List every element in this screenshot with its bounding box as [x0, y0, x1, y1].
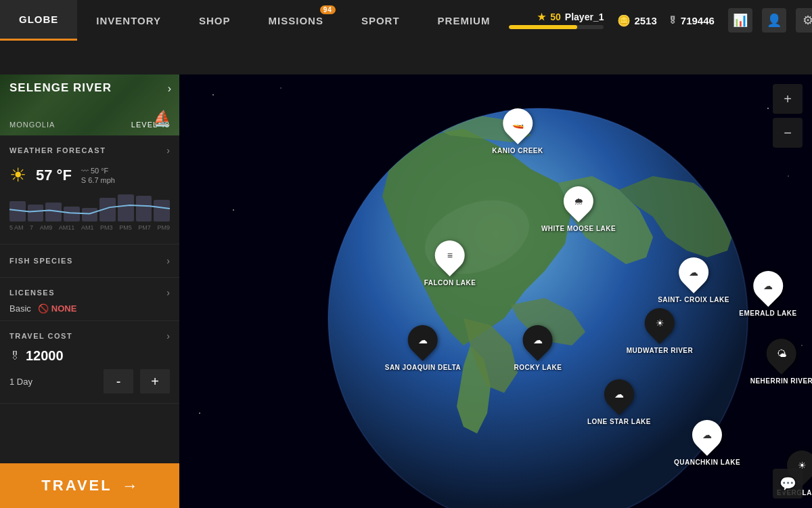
- pin-label-quanchkin-lake: QUANCHKIN LAKE: [674, 459, 740, 466]
- map-controls: + −: [773, 84, 803, 148]
- weather-timeline: 5 AM 7 AM9 AM11 AM1 PM3 PM5 PM7 PM9: [9, 224, 170, 231]
- settings-button[interactable]: ⚙: [796, 8, 812, 33]
- no-license-icon: 🚫: [38, 303, 49, 314]
- gold-currency: 🪙 2513: [617, 14, 656, 27]
- license-status: 🚫 NONE: [38, 303, 77, 314]
- travel-arrow-icon: →: [122, 476, 138, 495]
- nav-tab-missions[interactable]: MISSIONS94: [250, 0, 342, 41]
- licenses-basic: Basic 🚫 NONE: [9, 303, 170, 314]
- currency-row: 🪙 2513 🎖 719446: [617, 10, 714, 31]
- map-pin-white-moose-lake[interactable]: 🌧WHITE MOOSE LAKE: [541, 186, 616, 232]
- travel-cost-value: 12000: [26, 348, 64, 364]
- location-country: MONGOLIA: [9, 121, 55, 129]
- boat-icon: ⛵: [153, 110, 171, 127]
- chat-button[interactable]: 💬: [773, 469, 803, 499]
- travel-cost-title: TRAVEL COST: [9, 332, 72, 340]
- svg-point-2: [280, 87, 281, 89]
- travel-cost-icon: 🎖: [9, 350, 20, 362]
- fish-species-section[interactable]: FISH SPECIES ›: [0, 245, 179, 278]
- weather-chevron-icon: ›: [166, 145, 170, 156]
- map-area: 🚤KANIO CREEK🌧WHITE MOOSE LAKE≡FALCON LAK…: [179, 75, 812, 508]
- map-pin-emerald-lake[interactable]: ☁EMERALD LAKE: [739, 271, 796, 317]
- plus-day-button[interactable]: +: [140, 369, 170, 394]
- license-type: Basic: [9, 303, 31, 314]
- nav-icons: 📊 👤 ⚙: [728, 8, 812, 33]
- nav-tab-sport[interactable]: SPORT: [342, 0, 419, 41]
- weather-wind: S 6.7 mph: [81, 176, 115, 184]
- map-pin-saint-croix-lake[interactable]: ☁SAINT- CROIX LAKE: [658, 257, 729, 303]
- map-pin-san-joaquin-delta[interactable]: ☁SAN JOAQUIN DELTA: [385, 325, 461, 371]
- travel-cost-chevron-icon: ›: [166, 331, 170, 341]
- minus-day-button[interactable]: -: [104, 369, 133, 394]
- map-pin-lone-star-lake[interactable]: ☁LONE STAR LAKE: [587, 379, 651, 425]
- nav-tab-premium[interactable]: PREMIUM: [419, 0, 510, 41]
- weather-details: 〰 50 °F S 6.7 mph: [81, 167, 115, 184]
- travel-cost-section: TRAVEL COST › 🎖 12000 1 Day - +: [0, 321, 179, 404]
- player-name-row: ★ 50 Player_1: [537, 12, 604, 22]
- svg-point-7: [199, 412, 200, 414]
- pin-label-kanio-creek: KANIO CREEK: [492, 147, 543, 154]
- map-pin-rocky-lake[interactable]: ☁ROCKY LAKE: [514, 325, 562, 371]
- nav-right-section: ★ 50 Player_1 🪙 2513 🎖 719446: [509, 0, 812, 41]
- nav-tab-globe[interactable]: GLOBE: [0, 0, 77, 41]
- gold-amount: 2513: [634, 15, 656, 26]
- silver-currency: 🎖 719446: [668, 15, 715, 26]
- xp-bar-fill: [509, 25, 577, 29]
- weather-temp: 57 °F: [36, 167, 72, 184]
- water-temp-icon: 〰 50 °F: [81, 167, 115, 175]
- zoom-out-button[interactable]: −: [773, 118, 803, 148]
- pin-label-emerald-lake: EMERALD LAKE: [739, 310, 796, 317]
- travel-days-row: 1 Day - +: [9, 369, 170, 394]
- nav-tab-inventory[interactable]: INVENTORY: [77, 0, 180, 41]
- pin-label-rocky-lake: ROCKY LAKE: [514, 364, 562, 371]
- location-bottom: MONGOLIA LEVEL 48: [9, 121, 170, 129]
- travel-button-label: TRAVEL: [41, 477, 112, 494]
- gold-icon: 🪙: [617, 14, 631, 27]
- weather-line-chart: [9, 202, 170, 222]
- nav-tabs-container: GLOBEINVENTORYSHOPMISSIONS94SPORTPREMIUM…: [0, 0, 812, 41]
- pin-label-saint-croix-lake: SAINT- CROIX LAKE: [658, 296, 729, 303]
- license-status-text: NONE: [51, 303, 77, 314]
- fish-species-title: FISH SPECIES: [9, 257, 73, 265]
- sidebar: SELENGE RIVER MONGOLIA LEVEL 48 › ⛵ WEAT…: [0, 75, 179, 508]
- svg-point-4: [788, 175, 789, 177]
- travel-cost-row: 🎖 12000: [9, 348, 170, 364]
- location-header[interactable]: SELENGE RIVER MONGOLIA LEVEL 48 › ⛵: [0, 75, 179, 135]
- svg-point-3: [767, 108, 769, 109]
- svg-point-5: [233, 209, 234, 211]
- player-level: 50: [550, 12, 561, 22]
- licenses-title: LICENSES: [9, 289, 55, 297]
- map-pin-falcon-lake[interactable]: ≡FALCON LAKE: [424, 240, 476, 287]
- travel-cost-header[interactable]: TRAVEL COST ›: [9, 331, 170, 341]
- map-pin-neherrin-river[interactable]: 🌤NEHERRIN RIVER: [750, 339, 812, 385]
- location-name: SELENGE RIVER: [9, 81, 170, 95]
- svg-point-1: [212, 94, 214, 96]
- nav-tab-shop[interactable]: SHOP: [180, 0, 250, 41]
- water-temp-value: 50 °F: [91, 167, 108, 175]
- silver-icon: 🎖: [668, 15, 677, 26]
- weather-main: ☀ 57 °F 〰 50 °F S 6.7 mph: [9, 164, 170, 186]
- sun-icon: ☀: [9, 164, 26, 186]
- licenses-header[interactable]: LICENSES ›: [9, 287, 170, 298]
- pin-label-white-moose-lake: WHITE MOOSE LAKE: [541, 225, 616, 232]
- map-pin-kanio-creek[interactable]: 🚤KANIO CREEK: [492, 108, 543, 154]
- licenses-section: LICENSES › Basic 🚫 NONE: [0, 278, 179, 321]
- chevron-right-icon: ›: [168, 83, 171, 95]
- pin-label-lone-star-lake: LONE STAR LAKE: [587, 418, 651, 425]
- map-pin-mudwater-river[interactable]: ☀MUDWATER RIVER: [627, 308, 693, 354]
- map-pin-quanchkin-lake[interactable]: ☁QUANCHKIN LAKE: [674, 420, 740, 466]
- leaderboard-button[interactable]: 📊: [728, 8, 752, 33]
- weather-chart: 5 AM 7 AM9 AM11 AM1 PM3 PM5 PM7 PM9: [9, 194, 170, 232]
- travel-button[interactable]: TRAVEL →: [0, 463, 179, 508]
- pin-label-san-joaquin-delta: SAN JOAQUIN DELTA: [385, 364, 461, 371]
- missions-badge: 94: [320, 5, 336, 14]
- silver-amount: 719446: [681, 15, 715, 26]
- player-info: ★ 50 Player_1: [509, 12, 604, 29]
- profile-button[interactable]: 👤: [762, 8, 786, 33]
- pin-label-neherrin-river: NEHERRIN RIVER: [750, 377, 812, 385]
- weather-section: WEATHER FORECAST › ☀ 57 °F 〰 50 °F S 6.7…: [0, 135, 179, 245]
- player-name: Player_1: [565, 12, 604, 22]
- weather-header[interactable]: WEATHER FORECAST ›: [9, 145, 170, 156]
- licenses-chevron-icon: ›: [166, 287, 170, 298]
- zoom-in-button[interactable]: +: [773, 84, 803, 114]
